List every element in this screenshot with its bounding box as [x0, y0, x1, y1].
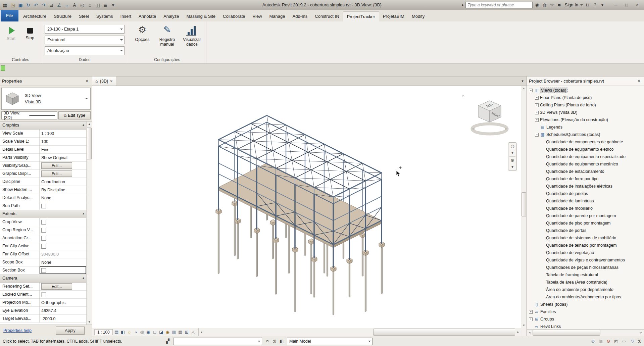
- tree-expander-icon[interactable]: [541, 207, 545, 210]
- default-3d-view-icon[interactable]: ⌂: [86, 1, 94, 9]
- communication-center-icon[interactable]: ◍: [541, 2, 548, 8]
- tree-item-schedules[interactable]: − ▦ Schedules/Quantities (todas): [527, 131, 644, 138]
- app-store-icon[interactable]: ⊔: [584, 2, 591, 8]
- property-row[interactable]: Crop View: [0, 218, 86, 226]
- tree-expander-icon[interactable]: +: [535, 103, 539, 107]
- tag-icon[interactable]: ◎: [79, 1, 86, 9]
- account-icon[interactable]: ☻: [556, 2, 563, 8]
- shadows-icon[interactable]: ◑: [133, 329, 139, 335]
- horizontal-scrollbar[interactable]: ◂ ▸: [199, 328, 521, 336]
- tree-item-sheets[interactable]: ▯ Sheets (todas): [527, 301, 644, 308]
- show-constraints-icon[interactable]: ⊞: [184, 329, 190, 335]
- scroll-up-icon[interactable]: ▲: [87, 121, 92, 127]
- tree-expander-icon[interactable]: +: [529, 317, 533, 321]
- scroll-down-icon[interactable]: ▼: [87, 319, 92, 325]
- tree-expander-icon[interactable]: [541, 214, 545, 218]
- tree-expander-icon[interactable]: [541, 295, 545, 299]
- tree-expander-icon[interactable]: [541, 170, 545, 174]
- checkbox[interactable]: [41, 244, 46, 249]
- project-combo[interactable]: 20-130 - Etapa 1: [45, 25, 125, 34]
- tree-expander-icon[interactable]: [541, 258, 545, 262]
- update-combo[interactable]: Atualização: [45, 46, 125, 55]
- property-row[interactable]: Graphics: [0, 121, 86, 130]
- tree-expander-icon[interactable]: [541, 148, 545, 151]
- checkbox[interactable]: [41, 220, 46, 225]
- scroll-right-icon[interactable]: ▸: [639, 330, 644, 336]
- tree-expander-icon[interactable]: +: [535, 111, 539, 114]
- tree-expander-icon[interactable]: [541, 192, 545, 196]
- edit-button[interactable]: Edit...: [41, 170, 72, 177]
- property-row[interactable]: Detail Level Fine Fine: [0, 146, 86, 154]
- tree-item[interactable]: Quantidade de telhado por montagem: [527, 242, 644, 249]
- type-selector[interactable]: 3D View Vista 3D: [1, 88, 91, 110]
- tree-item[interactable]: Área do ambiente/Acabamento por tipos: [527, 293, 644, 301]
- sign-in-caret-icon[interactable]: [580, 4, 583, 7]
- tab-architecture[interactable]: Architecture: [19, 11, 50, 21]
- vertical-scrollbar[interactable]: ▲ ▼: [521, 86, 527, 328]
- checkbox[interactable]: [41, 268, 46, 273]
- thin-lines-icon[interactable]: ≣: [102, 1, 109, 9]
- tab-view[interactable]: View: [249, 11, 266, 21]
- project-browser-close-icon[interactable]: ×: [636, 78, 642, 84]
- scroll-left-icon[interactable]: ◂: [199, 328, 204, 336]
- tree-item-families[interactable]: + ▱ Families: [527, 308, 644, 315]
- tree-expander-icon[interactable]: [541, 221, 545, 225]
- worksets-icon[interactable]: ▞: [164, 338, 171, 345]
- maximize-button[interactable]: □: [621, 1, 632, 9]
- sun-path-icon[interactable]: ☼: [126, 329, 133, 335]
- navigation-bar[interactable]: ◎ ▾ ⊕ ▾: [508, 142, 517, 171]
- discipline-combo[interactable]: Estrutural: [45, 36, 125, 44]
- selection-filter-icon[interactable]: ▽: [629, 338, 636, 345]
- tree-item[interactable]: Quantidade de janelas: [527, 190, 644, 197]
- tab-collaborate[interactable]: Collaborate: [219, 11, 249, 21]
- tree-item-views[interactable]: − ◫ Views (todas): [527, 87, 644, 94]
- detail-level-icon[interactable]: ▤: [113, 329, 120, 335]
- tree-item[interactable]: + Ceiling Plans (Planta de forro): [527, 101, 644, 109]
- displacement-icon[interactable]: ◬: [190, 329, 196, 335]
- tree-item[interactable]: Quantidade de instalações elétricas: [527, 183, 644, 190]
- tree-item[interactable]: Área do ambiente por departamento: [527, 286, 644, 293]
- stop-button[interactable]: Stop: [22, 24, 38, 40]
- tree-item-revit-links[interactable]: ∞ Revit Links: [527, 323, 644, 329]
- tree-item[interactable]: Quantidade de parede por montagem: [527, 212, 644, 219]
- edit-button[interactable]: Edit...: [41, 283, 72, 290]
- tree-item[interactable]: Quantidade de vegetação: [527, 249, 644, 256]
- tab-add-ins[interactable]: Add-Ins: [289, 11, 311, 21]
- zoom-icon[interactable]: ⊕: [511, 158, 514, 163]
- tree-expander-icon[interactable]: [541, 273, 545, 277]
- app-menu-icon[interactable]: ▦: [1, 1, 9, 9]
- tab-file[interactable]: File: [1, 10, 18, 21]
- tree-expander-icon[interactable]: [541, 140, 545, 144]
- design-options-icon[interactable]: ◧: [278, 338, 285, 345]
- qat-customize-icon[interactable]: ▾: [109, 1, 117, 9]
- property-row[interactable]: Discipline Coordination Coordination: [0, 178, 86, 186]
- tree-item-legends[interactable]: ▤ Legends: [527, 123, 644, 131]
- scroll-thumb[interactable]: [522, 192, 526, 216]
- navbar-caret-icon[interactable]: ▾: [511, 150, 514, 155]
- worksharing-display-icon[interactable]: ▥: [171, 329, 177, 335]
- drag-on-selection-icon[interactable]: ▭: [621, 338, 627, 345]
- viewcube-home-icon[interactable]: ⌂: [462, 93, 464, 98]
- tree-expander-icon[interactable]: [541, 266, 545, 269]
- favorites-icon[interactable]: ☆: [549, 2, 555, 8]
- properties-scrollbar[interactable]: ▲ ▼: [86, 121, 92, 325]
- checkbox[interactable]: [41, 228, 46, 233]
- select-links-icon[interactable]: ⊘: [590, 338, 596, 345]
- tree-item[interactable]: + 3D Views (Vista 3D): [527, 109, 644, 116]
- select-pinned-icon[interactable]: ⊖: [605, 338, 612, 345]
- tree-item[interactable]: Quantidade de forro por tipo: [527, 175, 644, 183]
- show-crop-icon[interactable]: □: [152, 329, 158, 335]
- tree-expander-icon[interactable]: +: [535, 96, 539, 100]
- scroll-thumb[interactable]: [533, 330, 600, 336]
- tree-item[interactable]: Quantidade de equipamento mecânico: [527, 160, 644, 168]
- tree-expander-icon[interactable]: −: [535, 133, 539, 137]
- select-by-face-icon[interactable]: ◩: [613, 338, 620, 345]
- visualizar-dados-button[interactable]: Visualizar dados: [181, 24, 203, 47]
- tree-item[interactable]: Quantidade de componentes de gabinete: [527, 138, 644, 146]
- select-underlay-icon[interactable]: ▥: [597, 338, 604, 345]
- browser-horizontal-scrollbar[interactable]: ◂ ▸: [527, 329, 644, 336]
- redo-icon[interactable]: ↷: [40, 1, 47, 9]
- scroll-left-icon[interactable]: ◂: [527, 330, 532, 336]
- tree-item[interactable]: Quantidades de peças hidrossanitárias: [527, 264, 644, 271]
- property-row[interactable]: Parts Visibility Show Original Show Orig…: [0, 154, 86, 162]
